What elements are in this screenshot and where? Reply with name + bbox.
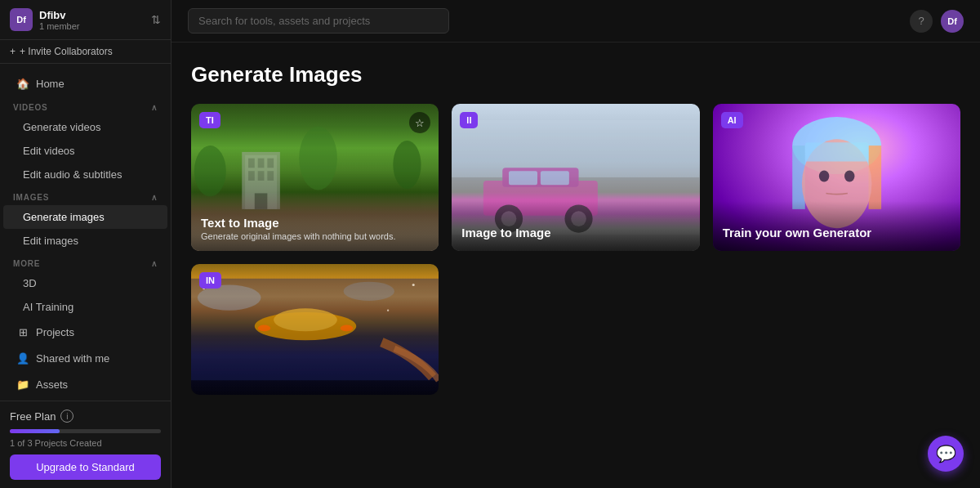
sidebar-item-ai-training[interactable]: AI Training xyxy=(0,295,171,319)
sidebar-item-home[interactable]: 🏠 Home xyxy=(3,70,167,96)
svg-rect-20 xyxy=(509,171,537,185)
card-label-ii: Image to Image xyxy=(452,201,699,251)
svg-point-33 xyxy=(274,308,337,331)
projects-icon: ⊞ xyxy=(16,325,29,338)
sidebar-item-shared-with-me[interactable]: 👤 Shared with me xyxy=(3,345,167,371)
main-content: ? Df Generate Images xyxy=(172,0,980,488)
generate-videos-label: Generate videos xyxy=(23,121,100,133)
collapse-more-icon[interactable]: ∧ xyxy=(151,259,158,268)
sidebar-item-assets[interactable]: 📁 Assets xyxy=(3,371,167,397)
info-icon[interactable]: i xyxy=(60,410,74,423)
assets-label: Assets xyxy=(36,378,68,391)
more-section-label: MORE ∧ xyxy=(0,253,171,271)
progress-bar-background xyxy=(10,429,161,433)
home-label: Home xyxy=(36,78,65,90)
svg-rect-3 xyxy=(258,159,265,168)
svg-rect-21 xyxy=(541,171,569,185)
svg-point-35 xyxy=(341,325,354,332)
card-badge-in: IN xyxy=(199,272,221,289)
svg-point-30 xyxy=(198,285,261,311)
more-label: MORE xyxy=(13,259,40,268)
chat-button[interactable]: 💬 xyxy=(928,436,964,472)
cards-grid: TI ☆ Text to Image Generate original ima… xyxy=(191,104,960,251)
workspace-avatar: Df xyxy=(10,8,33,31)
card-label-ai: Train your own Generator xyxy=(713,201,960,251)
shared-with-me-label: Shared with me xyxy=(36,352,109,365)
search-input[interactable] xyxy=(188,8,449,34)
images-label: IMAGES xyxy=(13,193,49,202)
generate-images-label: Generate images xyxy=(23,211,105,223)
topbar: ? Df xyxy=(172,0,980,43)
svg-point-26 xyxy=(819,170,829,181)
collapse-videos-icon[interactable]: ∧ xyxy=(151,103,158,112)
card-desc-ti: Generate original images with nothing bu… xyxy=(201,231,429,241)
svg-rect-4 xyxy=(267,159,274,168)
workspace-name-group: Dfibv 1 member xyxy=(39,9,80,31)
invite-label: + Invite Collaborators xyxy=(20,46,113,57)
svg-rect-7 xyxy=(267,171,274,181)
sidebar-item-generate-videos[interactable]: Generate videos xyxy=(0,115,171,139)
svg-rect-5 xyxy=(248,171,255,181)
sidebar-footer: Free Plan i 1 of 3 Projects Created Upgr… xyxy=(0,401,171,488)
sidebar-item-edit-images[interactable]: Edit images xyxy=(0,229,171,253)
edit-videos-label: Edit videos xyxy=(23,145,75,157)
images-section-label: IMAGES ∧ xyxy=(0,186,171,205)
svg-point-27 xyxy=(844,170,854,181)
space-illustration xyxy=(191,264,439,395)
card-title-ti: Text to Image xyxy=(201,216,429,230)
svg-point-38 xyxy=(387,310,389,311)
content-area: Generate Images xyxy=(172,43,980,408)
workspace-members: 1 member xyxy=(39,21,80,31)
edit-audio-label: Edit audio & subtitles xyxy=(23,168,122,181)
edit-images-label: Edit images xyxy=(23,235,78,247)
card-image-to-image[interactable]: II Image to Image xyxy=(452,104,699,251)
svg-point-9 xyxy=(194,146,226,196)
free-plan-row: Free Plan i xyxy=(10,410,161,423)
svg-rect-6 xyxy=(258,171,265,181)
videos-section-label: VIDEOS ∧ xyxy=(0,96,171,115)
progress-bar-fill xyxy=(10,429,60,433)
page-title: Generate Images xyxy=(191,62,960,87)
card-title-ii: Image to Image xyxy=(461,226,689,240)
workspace-header[interactable]: Df Dfibv 1 member ⇅ xyxy=(0,0,171,40)
card-inpainting[interactable]: IN xyxy=(191,264,439,395)
user-avatar[interactable]: Df xyxy=(941,10,964,33)
card-badge-ii: II xyxy=(460,112,478,128)
assets-icon: 📁 xyxy=(16,378,29,391)
home-icon: 🏠 xyxy=(16,77,29,90)
bottom-cards-grid: IN xyxy=(191,264,960,395)
workspace-name: Dfibv xyxy=(39,9,80,21)
shared-icon: 👤 xyxy=(16,351,29,365)
plus-icon: + xyxy=(10,46,16,57)
svg-rect-2 xyxy=(248,159,255,168)
invite-collaborators-button[interactable]: + + Invite Collaborators xyxy=(0,40,171,64)
svg-point-11 xyxy=(393,141,421,189)
sidebar-item-edit-audio[interactable]: Edit audio & subtitles xyxy=(0,163,171,186)
sidebar: Df Dfibv 1 member ⇅ + + Invite Collabora… xyxy=(0,0,172,488)
svg-point-31 xyxy=(344,282,394,301)
workspace-toggle-icon[interactable]: ⇅ xyxy=(151,13,161,26)
svg-point-10 xyxy=(299,127,337,190)
card-badge-ti: TI xyxy=(199,112,220,128)
svg-point-34 xyxy=(258,325,271,332)
sidebar-item-generate-images[interactable]: Generate images xyxy=(3,205,167,229)
topbar-right: ? Df xyxy=(910,10,964,33)
projects-label: Projects xyxy=(36,326,74,338)
card-text-to-image[interactable]: TI ☆ Text to Image Generate original ima… xyxy=(191,104,439,251)
projects-count: 1 of 3 Projects Created xyxy=(10,438,161,448)
videos-label: VIDEOS xyxy=(13,103,48,112)
sidebar-item-3d[interactable]: 3D xyxy=(0,271,171,295)
card-badge-ai: AI xyxy=(721,112,743,128)
collapse-images-icon[interactable]: ∧ xyxy=(151,193,158,202)
nav-section: 🏠 Home VIDEOS ∧ Generate videos Edit vid… xyxy=(0,64,171,401)
free-plan-label: Free Plan xyxy=(10,410,56,423)
3d-label: 3D xyxy=(23,277,37,289)
card-train-generator[interactable]: AI Train your own Generator xyxy=(713,104,960,251)
help-button[interactable]: ? xyxy=(910,10,933,33)
upgrade-button[interactable]: Upgrade to Standard xyxy=(10,454,161,480)
ai-training-label: AI Training xyxy=(23,301,74,313)
card-title-ai: Train your own Generator xyxy=(723,226,951,240)
sidebar-item-projects[interactable]: ⊞ Projects xyxy=(3,319,167,345)
svg-rect-28 xyxy=(804,142,868,161)
sidebar-item-edit-videos[interactable]: Edit videos xyxy=(0,139,171,163)
